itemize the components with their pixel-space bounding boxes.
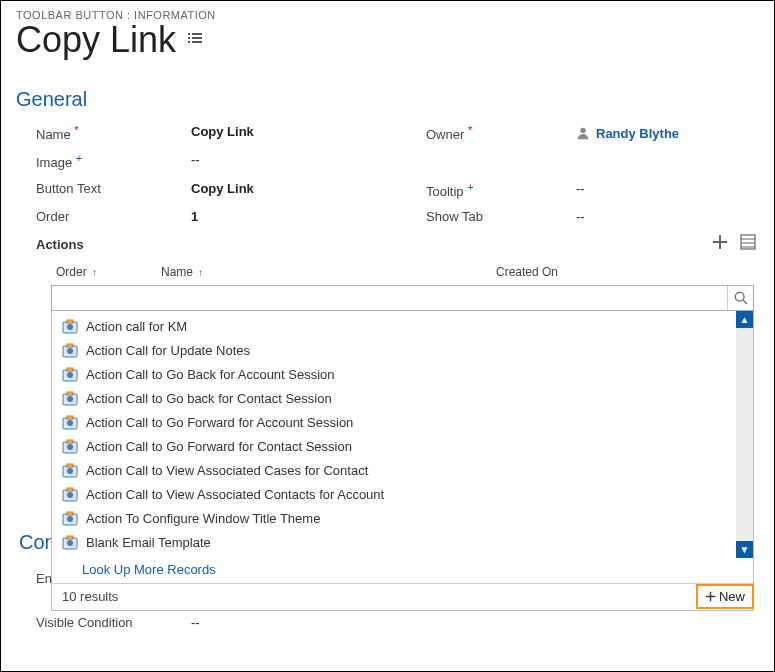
order-label: Order: [36, 209, 191, 224]
record-icon: [62, 415, 78, 431]
image-value[interactable]: --: [191, 152, 426, 170]
sort-asc-icon: ↑: [92, 267, 97, 278]
list-item-label: Action Call for Update Notes: [86, 343, 250, 358]
actions-label: Actions: [36, 237, 84, 252]
svg-rect-32: [67, 440, 73, 443]
svg-point-40: [67, 516, 73, 522]
name-value[interactable]: Copy Link: [191, 124, 426, 142]
svg-rect-0: [188, 33, 190, 35]
list-item[interactable]: Action call for KM: [52, 315, 753, 339]
show-tab-value[interactable]: --: [576, 209, 766, 224]
plus-icon: +: [467, 181, 473, 193]
record-icon: [62, 319, 78, 335]
svg-rect-20: [67, 344, 73, 347]
list-item[interactable]: Action Call to Go Forward for Account Se…: [52, 411, 753, 435]
scroll-down-icon[interactable]: ▼: [736, 541, 753, 558]
list-item-label: Blank Email Template: [86, 535, 211, 550]
enabled-label-partial: En: [36, 571, 52, 586]
owner-value[interactable]: Randy Blythe: [576, 124, 766, 142]
lookup-more-link[interactable]: Look Up More Records: [52, 558, 753, 583]
grid-icon[interactable]: [740, 234, 756, 255]
name-label: Name *: [36, 124, 191, 142]
svg-point-22: [67, 372, 73, 378]
svg-rect-17: [67, 320, 73, 323]
record-icon: [62, 439, 78, 455]
image-label: Image +: [36, 152, 191, 170]
list-item[interactable]: Action Call to View Associated Contacts …: [52, 483, 753, 507]
visible-condition-label: Visible Condition: [36, 615, 191, 630]
person-icon: [576, 126, 590, 140]
owner-link[interactable]: Randy Blythe: [596, 126, 679, 141]
svg-rect-5: [192, 41, 202, 43]
search-icon[interactable]: [727, 286, 753, 310]
svg-point-34: [67, 468, 73, 474]
list-item-label: Action Call to Go Back for Account Sessi…: [86, 367, 335, 382]
col-order[interactable]: Order ↑: [56, 265, 161, 279]
grid-header: Order ↑ Name ↑ Created On: [1, 259, 774, 285]
lookup-dropdown: Action call for KMAction Call for Update…: [51, 311, 754, 611]
add-icon[interactable]: [712, 234, 728, 255]
list-item-label: Action Call to Go Forward for Contact Se…: [86, 439, 352, 454]
col-created-on[interactable]: Created On: [496, 265, 696, 279]
owner-label: Owner *: [426, 124, 576, 142]
list-item[interactable]: Action Call to View Associated Cases for…: [52, 459, 753, 483]
button-text-value[interactable]: Copy Link: [191, 181, 426, 199]
svg-rect-41: [67, 512, 73, 515]
plus-icon: +: [76, 152, 82, 164]
record-icon: [62, 343, 78, 359]
col-name[interactable]: Name ↑: [161, 265, 496, 279]
svg-rect-1: [192, 33, 202, 35]
list-item-label: Action Call to View Associated Contacts …: [86, 487, 384, 502]
visible-condition-value[interactable]: --: [191, 615, 426, 630]
list-item[interactable]: Action Call for Update Notes: [52, 339, 753, 363]
svg-rect-38: [67, 488, 73, 491]
svg-rect-29: [67, 416, 73, 419]
lookup-search-row: [51, 285, 754, 311]
list-item[interactable]: Action To Configure Window Title Theme: [52, 507, 753, 531]
scrollbar[interactable]: ▲ ▼: [736, 311, 753, 558]
tooltip-value[interactable]: --: [576, 181, 766, 199]
svg-line-14: [743, 300, 747, 304]
required-asterisk-icon: *: [468, 124, 472, 136]
svg-rect-2: [188, 37, 190, 39]
section-general-title: General: [1, 66, 774, 119]
svg-point-16: [67, 324, 73, 330]
scroll-up-icon[interactable]: ▲: [736, 311, 753, 328]
svg-rect-35: [67, 464, 73, 467]
list-item[interactable]: Blank Email Template: [52, 531, 753, 555]
svg-point-28: [67, 420, 73, 426]
svg-point-6: [580, 128, 585, 133]
svg-point-37: [67, 492, 73, 498]
record-icon: [62, 367, 78, 383]
svg-rect-23: [67, 368, 73, 371]
record-icon: [62, 487, 78, 503]
svg-rect-26: [67, 392, 73, 395]
record-icon: [62, 511, 78, 527]
record-icon: [62, 391, 78, 407]
list-item[interactable]: Action Call to Go Back for Account Sessi…: [52, 363, 753, 387]
page-title-text: Copy Link: [16, 19, 176, 61]
svg-rect-8: [713, 241, 727, 243]
svg-point-31: [67, 444, 73, 450]
svg-rect-46: [706, 596, 716, 597]
sort-asc-icon: ↑: [198, 267, 203, 278]
svg-rect-4: [188, 41, 190, 43]
list-item[interactable]: Action Call to Go back for Contact Sessi…: [52, 387, 753, 411]
svg-rect-3: [192, 37, 202, 39]
record-icon: [62, 535, 78, 551]
required-asterisk-icon: *: [74, 124, 78, 136]
record-icon: [62, 463, 78, 479]
title-menu-icon[interactable]: [188, 31, 204, 49]
lookup-search-input[interactable]: [52, 286, 727, 310]
plus-icon: [705, 591, 716, 602]
list-item-label: Action Call to View Associated Cases for…: [86, 463, 368, 478]
show-tab-label: Show Tab: [426, 209, 576, 224]
page-title: Copy Link: [16, 19, 759, 61]
list-item[interactable]: Action Call to Go Forward for Contact Se…: [52, 435, 753, 459]
order-value[interactable]: 1: [191, 209, 426, 224]
results-count: 10 results: [52, 589, 118, 604]
new-button[interactable]: New: [696, 584, 754, 609]
list-item-label: Action Call to Go back for Contact Sessi…: [86, 391, 332, 406]
list-item-label: Action call for KM: [86, 319, 187, 334]
svg-rect-44: [67, 536, 73, 539]
